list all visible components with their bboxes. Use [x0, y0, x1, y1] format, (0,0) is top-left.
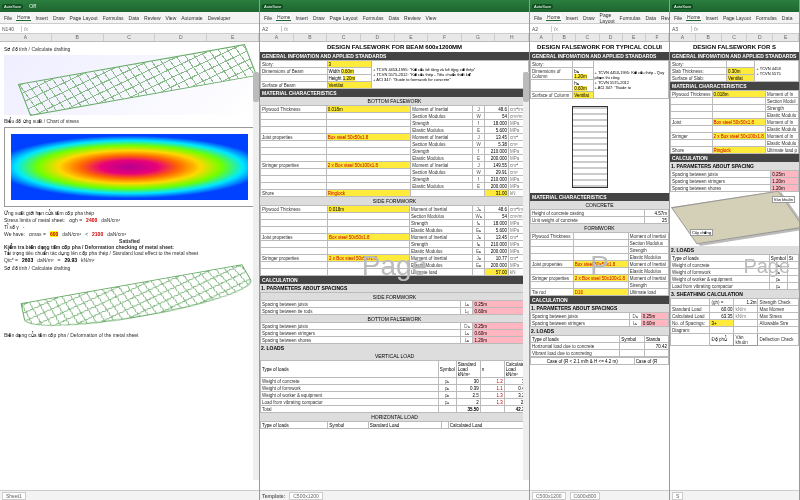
hload-title: HORIZONTAL LOAD: [260, 413, 529, 421]
tab-home[interactable]: Home: [546, 14, 561, 21]
tab-pagelayout[interactable]: Page Layout: [69, 15, 99, 21]
label-van: Ván khuôn: [772, 196, 795, 203]
titlebar: AutoSave: [530, 0, 669, 12]
q-unit1: daN/m²: [37, 257, 53, 263]
name-box[interactable]: A2: [530, 26, 552, 32]
column-drawing: [530, 101, 669, 191]
worksheet-area[interactable]: Sơ đồ tính / Calculate drafting Biểu đồ …: [0, 42, 259, 490]
name-box[interactable]: A3: [670, 26, 692, 32]
load-desc: Tải trọng tiêu chuẩn tác dụng lên cốp ph…: [4, 250, 255, 256]
scrollbar-v[interactable]: [253, 72, 259, 480]
tab-review[interactable]: Review: [403, 15, 421, 21]
tab-draw[interactable]: Draw: [312, 15, 326, 21]
section-calc: CALCULATION: [530, 296, 669, 304]
tab-formulas[interactable]: Formulas: [755, 15, 778, 21]
formula-bar[interactable]: A2 fx: [530, 24, 669, 34]
tab-home[interactable]: Home: [686, 14, 701, 21]
tab-insert[interactable]: Insert: [34, 15, 49, 21]
tab-data[interactable]: Data: [781, 15, 794, 21]
material-table: Plywood Thickness0.018mMoment of In Sect…: [670, 90, 799, 154]
tab-file[interactable]: File: [673, 15, 683, 21]
worksheet-area[interactable]: P DESIGN FALSEWORK FOR TYPICAL COLUI GEN…: [530, 42, 669, 490]
subsection-bottom: BOTTOM FALSEWORK: [260, 97, 529, 105]
limit-value: 2100: [92, 231, 103, 237]
autosave-toggle[interactable]: AutoSave: [262, 4, 283, 9]
section-general: GENERAL INFOMATION AND APPLIED STANDARDS: [260, 52, 529, 60]
name-box[interactable]: A2: [260, 26, 282, 32]
column-headers[interactable]: ABCDEF: [530, 34, 669, 42]
fx-icon[interactable]: fx: [22, 26, 30, 32]
tab-data[interactable]: Data: [128, 15, 141, 21]
column-headers[interactable]: ABCDE: [670, 34, 799, 42]
q-val2: 29.93: [65, 257, 78, 263]
tab-view[interactable]: View: [425, 15, 438, 21]
sheet-tab[interactable]: C500x1200: [532, 492, 566, 500]
column-headers[interactable]: ABCDEFGH: [260, 34, 529, 42]
tab-formulas[interactable]: Formulas: [362, 15, 385, 21]
tab-review[interactable]: Review: [143, 15, 161, 21]
tab-pagelayout[interactable]: Page Layout: [329, 15, 359, 21]
formula-bar[interactable]: A3 fx: [670, 24, 799, 34]
tab-file[interactable]: File: [3, 15, 13, 21]
q-val1: 2603: [22, 257, 33, 263]
stress-note: Ứng suất giới hạn cửa tấm cốp pha thép: [4, 210, 255, 216]
tab-home[interactable]: Home: [16, 14, 31, 21]
stress-limit-label: Stress limits of metal sheet:: [4, 217, 65, 223]
mesh-plot-3d: [4, 55, 255, 115]
tab-draw[interactable]: Draw: [582, 15, 596, 21]
formula-bar[interactable]: N140 fx: [0, 24, 259, 34]
tab-file[interactable]: File: [533, 15, 543, 21]
sheet-tab[interactable]: C600x800: [570, 492, 601, 500]
label-cay: Cây chống: [690, 229, 713, 236]
tab-home[interactable]: Home: [276, 14, 291, 21]
tab-insert[interactable]: Insert: [294, 15, 309, 21]
tab-formulas[interactable]: Formulas: [619, 15, 642, 21]
excel-window-4: AutoSave File Home Insert Page Layout Fo…: [670, 0, 800, 500]
tab-pagelayout[interactable]: Page Layout: [599, 12, 616, 24]
column-headers[interactable]: ABCDE: [0, 34, 259, 42]
tab-developer[interactable]: Developer: [207, 15, 232, 21]
section-general: GENERAL INFOMATION AND APPLIED STANDARDS: [670, 52, 799, 60]
tab-insert[interactable]: Insert: [564, 15, 579, 21]
tab-formulas[interactable]: Formulas: [102, 15, 125, 21]
ribbon-tabs: File Home Insert Draw Page Layout Formul…: [530, 12, 669, 24]
loads-table: Type of loadsSymbolStandard Load kN/m²nC…: [260, 360, 529, 413]
ribbon-tabs: File Home Insert Draw Page Layout Formul…: [0, 12, 259, 24]
sheet-tab[interactable]: Sheet1: [2, 492, 26, 500]
fx-icon[interactable]: fx: [692, 26, 700, 32]
tab-insert[interactable]: Insert: [704, 15, 719, 21]
scrollbar-v[interactable]: [523, 72, 529, 480]
tab-file[interactable]: File: [263, 15, 273, 21]
name-box[interactable]: N140: [0, 26, 22, 32]
chart-title-2: Biểu đồ ứng suất / Chart of stress: [4, 118, 255, 124]
doc-title: DESIGN FALSEWORK FOR S: [670, 42, 799, 52]
titlebar: AutoSave: [260, 0, 529, 12]
autosave-toggle[interactable]: AutoSave: [532, 4, 553, 9]
concrete-table: Height of concrete casting4.57m Unit wei…: [530, 209, 669, 224]
subsection-concrete: CONCRETE: [530, 201, 669, 209]
tab-data[interactable]: Data: [644, 15, 657, 21]
chart-title-4: Biến dạng của tấm cốp pha / Deformation …: [4, 332, 255, 338]
autosave-toggle[interactable]: AutoSave: [672, 4, 693, 9]
sheet-tab[interactable]: C500x1200: [289, 492, 323, 500]
fx-icon[interactable]: fx: [282, 26, 290, 32]
have-label: We have:: [4, 231, 25, 237]
tab-view[interactable]: View: [165, 15, 178, 21]
loads-title: 2. LOADS: [670, 246, 799, 254]
general-table: Story:3+ TCVN 4453-1995: "Kết cấu bê tôn…: [260, 60, 529, 89]
tab-data[interactable]: Data: [388, 15, 401, 21]
tab-draw[interactable]: Draw: [52, 15, 66, 21]
worksheet-area[interactable]: Page DESIGN FALSEWORK FOR BEAM 600x1200M…: [260, 42, 529, 490]
tab-pagelayout[interactable]: Page Layout: [722, 15, 752, 21]
formwork-table: Plywood ThicknessMoment of Inertial Sect…: [530, 232, 669, 296]
subsection-side: SIDE FORMWORK: [260, 197, 529, 205]
autosave-toggle[interactable]: AutoSave: [2, 4, 23, 9]
formula-bar[interactable]: A2 fx: [260, 24, 529, 34]
sheet-tab[interactable]: S: [672, 492, 683, 500]
fx-icon[interactable]: fx: [552, 26, 560, 32]
worksheet-area[interactable]: Page DESIGN FALSEWORK FOR S GENERAL INFO…: [670, 42, 799, 490]
ratio-label: Tỉ số γ: [4, 224, 19, 230]
sigma-max-label: σmax =: [29, 231, 46, 237]
tab-automate[interactable]: Automate: [180, 15, 203, 21]
loads-table: Type of loadsSymbolStanda Horizontal loa…: [530, 335, 669, 357]
